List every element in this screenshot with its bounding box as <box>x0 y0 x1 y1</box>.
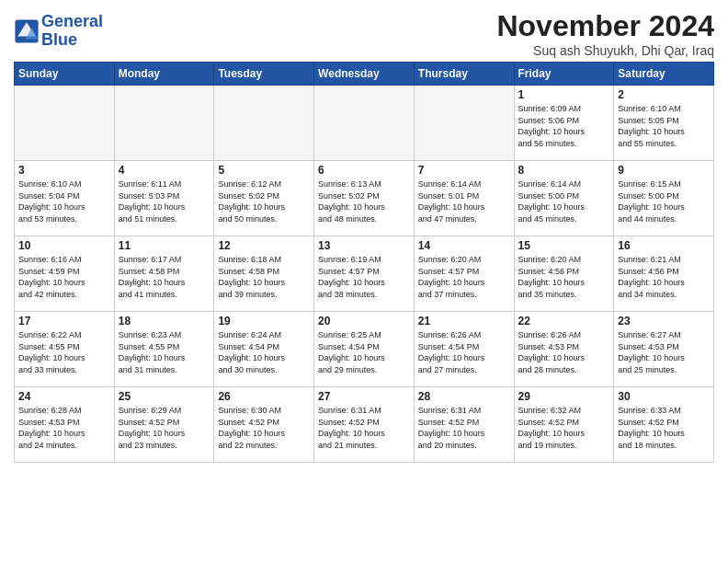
logo-line1: General <box>41 12 103 30</box>
calendar-cell: 2Sunrise: 6:10 AM Sunset: 5:05 PM Daylig… <box>614 86 714 161</box>
calendar-cell: 14Sunrise: 6:20 AM Sunset: 4:57 PM Dayli… <box>414 236 514 312</box>
calendar-cell: 12Sunrise: 6:18 AM Sunset: 4:58 PM Dayli… <box>214 236 314 312</box>
calendar-cell: 22Sunrise: 6:26 AM Sunset: 4:53 PM Dayli… <box>514 312 614 387</box>
day-number: 27 <box>318 390 410 403</box>
day-info: Sunrise: 6:27 AM Sunset: 4:53 PM Dayligh… <box>618 329 710 375</box>
day-number: 9 <box>618 164 710 177</box>
calendar-cell: 8Sunrise: 6:14 AM Sunset: 5:00 PM Daylig… <box>514 161 614 236</box>
day-info: Sunrise: 6:31 AM Sunset: 4:52 PM Dayligh… <box>418 405 510 451</box>
calendar-cell: 30Sunrise: 6:33 AM Sunset: 4:52 PM Dayli… <box>614 387 714 463</box>
day-number: 15 <box>518 239 610 252</box>
day-info: Sunrise: 6:19 AM Sunset: 4:57 PM Dayligh… <box>318 254 410 300</box>
day-number: 3 <box>18 164 110 177</box>
day-number: 13 <box>318 239 410 252</box>
calendar-week-2: 3Sunrise: 6:10 AM Sunset: 5:04 PM Daylig… <box>15 161 714 236</box>
title-block: November 2024 Suq ash Shuyukh, Dhi Qar, … <box>496 9 714 58</box>
day-number: 19 <box>218 315 310 327</box>
weekday-header-sunday: Sunday <box>15 63 115 86</box>
calendar-cell: 5Sunrise: 6:12 AM Sunset: 5:02 PM Daylig… <box>214 161 314 236</box>
day-number: 28 <box>418 390 510 403</box>
day-number: 20 <box>318 315 410 327</box>
calendar-cell: 17Sunrise: 6:22 AM Sunset: 4:55 PM Dayli… <box>15 312 115 387</box>
calendar-cell: 7Sunrise: 6:14 AM Sunset: 5:01 PM Daylig… <box>414 161 514 236</box>
calendar-cell <box>114 86 214 161</box>
day-info: Sunrise: 6:13 AM Sunset: 5:02 PM Dayligh… <box>318 178 410 224</box>
calendar-cell: 27Sunrise: 6:31 AM Sunset: 4:52 PM Dayli… <box>314 387 415 463</box>
calendar-cell: 6Sunrise: 6:13 AM Sunset: 5:02 PM Daylig… <box>314 161 415 236</box>
day-info: Sunrise: 6:14 AM Sunset: 5:00 PM Dayligh… <box>518 178 610 224</box>
weekday-header-saturday: Saturday <box>614 63 714 86</box>
calendar-cell: 18Sunrise: 6:23 AM Sunset: 4:55 PM Dayli… <box>114 312 214 387</box>
calendar-cell: 13Sunrise: 6:19 AM Sunset: 4:57 PM Dayli… <box>314 236 415 312</box>
calendar-cell: 21Sunrise: 6:26 AM Sunset: 4:54 PM Dayli… <box>414 312 514 387</box>
day-info: Sunrise: 6:21 AM Sunset: 4:56 PM Dayligh… <box>618 254 710 300</box>
calendar-cell: 9Sunrise: 6:15 AM Sunset: 5:00 PM Daylig… <box>614 161 714 236</box>
day-number: 17 <box>18 315 110 327</box>
day-info: Sunrise: 6:10 AM Sunset: 5:05 PM Dayligh… <box>618 103 710 149</box>
calendar-cell: 23Sunrise: 6:27 AM Sunset: 4:53 PM Dayli… <box>614 312 714 387</box>
day-number: 10 <box>18 239 110 252</box>
weekday-header-friday: Friday <box>514 63 614 86</box>
logo-icon <box>14 18 40 44</box>
day-number: 18 <box>119 315 210 327</box>
day-number: 25 <box>119 390 210 403</box>
day-info: Sunrise: 6:16 AM Sunset: 4:59 PM Dayligh… <box>18 254 110 300</box>
day-number: 23 <box>618 315 710 327</box>
day-info: Sunrise: 6:28 AM Sunset: 4:53 PM Dayligh… <box>18 405 110 451</box>
weekday-header-tuesday: Tuesday <box>214 63 314 86</box>
calendar-cell: 24Sunrise: 6:28 AM Sunset: 4:53 PM Dayli… <box>15 387 115 463</box>
day-info: Sunrise: 6:18 AM Sunset: 4:58 PM Dayligh… <box>218 254 310 300</box>
day-info: Sunrise: 6:09 AM Sunset: 5:06 PM Dayligh… <box>518 103 610 149</box>
day-number: 22 <box>518 315 610 327</box>
day-info: Sunrise: 6:17 AM Sunset: 4:58 PM Dayligh… <box>119 254 210 300</box>
day-info: Sunrise: 6:33 AM Sunset: 4:52 PM Dayligh… <box>618 405 710 451</box>
calendar-cell: 28Sunrise: 6:31 AM Sunset: 4:52 PM Dayli… <box>414 387 514 463</box>
day-number: 16 <box>618 239 710 252</box>
calendar-cell: 11Sunrise: 6:17 AM Sunset: 4:58 PM Dayli… <box>114 236 214 312</box>
calendar-cell: 25Sunrise: 6:29 AM Sunset: 4:52 PM Dayli… <box>114 387 214 463</box>
page-container: General Blue November 2024 Suq ash Shuyu… <box>0 0 728 467</box>
day-info: Sunrise: 6:24 AM Sunset: 4:54 PM Dayligh… <box>218 329 310 375</box>
day-number: 7 <box>418 164 510 177</box>
day-info: Sunrise: 6:29 AM Sunset: 4:52 PM Dayligh… <box>119 405 210 451</box>
calendar-cell <box>314 86 415 161</box>
calendar-week-1: 1Sunrise: 6:09 AM Sunset: 5:06 PM Daylig… <box>15 86 714 161</box>
day-info: Sunrise: 6:22 AM Sunset: 4:55 PM Dayligh… <box>18 329 110 375</box>
day-info: Sunrise: 6:12 AM Sunset: 5:02 PM Dayligh… <box>218 178 310 224</box>
day-number: 30 <box>618 390 710 403</box>
calendar-week-5: 24Sunrise: 6:28 AM Sunset: 4:53 PM Dayli… <box>15 387 714 463</box>
calendar-cell: 16Sunrise: 6:21 AM Sunset: 4:56 PM Dayli… <box>614 236 714 312</box>
calendar-table: SundayMondayTuesdayWednesdayThursdayFrid… <box>14 62 714 463</box>
weekday-header-row: SundayMondayTuesdayWednesdayThursdayFrid… <box>15 63 714 86</box>
calendar-cell: 4Sunrise: 6:11 AM Sunset: 5:03 PM Daylig… <box>114 161 214 236</box>
header: General Blue November 2024 Suq ash Shuyu… <box>14 9 714 58</box>
calendar-cell: 26Sunrise: 6:30 AM Sunset: 4:52 PM Dayli… <box>214 387 314 463</box>
day-number: 6 <box>318 164 410 177</box>
logo: General Blue <box>14 13 103 50</box>
day-info: Sunrise: 6:20 AM Sunset: 4:56 PM Dayligh… <box>518 254 610 300</box>
calendar-cell: 15Sunrise: 6:20 AM Sunset: 4:56 PM Dayli… <box>514 236 614 312</box>
day-number: 26 <box>218 390 310 403</box>
day-number: 29 <box>518 390 610 403</box>
day-number: 1 <box>518 88 610 101</box>
day-info: Sunrise: 6:20 AM Sunset: 4:57 PM Dayligh… <box>418 254 510 300</box>
weekday-header-monday: Monday <box>114 63 214 86</box>
weekday-header-thursday: Thursday <box>414 63 514 86</box>
calendar-cell: 29Sunrise: 6:32 AM Sunset: 4:52 PM Dayli… <box>514 387 614 463</box>
day-info: Sunrise: 6:15 AM Sunset: 5:00 PM Dayligh… <box>618 178 710 224</box>
calendar-week-3: 10Sunrise: 6:16 AM Sunset: 4:59 PM Dayli… <box>15 236 714 312</box>
day-info: Sunrise: 6:10 AM Sunset: 5:04 PM Dayligh… <box>18 178 110 224</box>
day-number: 5 <box>218 164 310 177</box>
day-number: 12 <box>218 239 310 252</box>
day-number: 21 <box>418 315 510 327</box>
calendar-cell <box>414 86 514 161</box>
day-info: Sunrise: 6:23 AM Sunset: 4:55 PM Dayligh… <box>119 329 210 375</box>
day-info: Sunrise: 6:11 AM Sunset: 5:03 PM Dayligh… <box>119 178 210 224</box>
calendar-cell: 3Sunrise: 6:10 AM Sunset: 5:04 PM Daylig… <box>15 161 115 236</box>
day-number: 14 <box>418 239 510 252</box>
day-info: Sunrise: 6:31 AM Sunset: 4:52 PM Dayligh… <box>318 405 410 451</box>
day-number: 8 <box>518 164 610 177</box>
calendar-cell: 10Sunrise: 6:16 AM Sunset: 4:59 PM Dayli… <box>15 236 115 312</box>
weekday-header-wednesday: Wednesday <box>314 63 415 86</box>
day-info: Sunrise: 6:14 AM Sunset: 5:01 PM Dayligh… <box>418 178 510 224</box>
